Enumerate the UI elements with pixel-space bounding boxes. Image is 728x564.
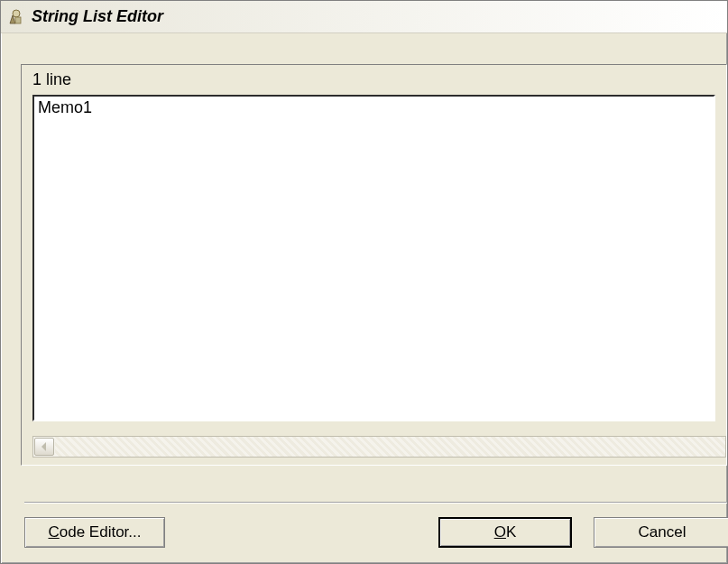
memo-textarea[interactable] — [32, 95, 715, 421]
cancel-label: Cancel — [639, 523, 687, 541]
memo-wrap — [32, 95, 715, 421]
cancel-button[interactable]: Cancel — [594, 517, 728, 548]
title-bar[interactable]: String List Editor — [1, 1, 727, 33]
mnemonic-o: O — [494, 523, 506, 541]
horizontal-scrollbar[interactable] — [32, 436, 726, 458]
code-editor-button[interactable]: Code Editor... — [24, 517, 165, 548]
scroll-left-button[interactable] — [34, 438, 54, 456]
code-editor-label-rest: ode Editor... — [60, 523, 142, 541]
mnemonic-c: C — [48, 523, 59, 541]
chevron-left-icon — [41, 442, 48, 451]
ok-label-rest: K — [506, 523, 516, 541]
app-icon — [6, 7, 26, 27]
line-count-label: 1 line — [32, 70, 715, 89]
ok-button[interactable]: OK — [438, 517, 572, 548]
client-area: 1 line Code Editor... OK — [6, 55, 727, 550]
window-title: String List Editor — [32, 7, 163, 26]
svg-rect-1 — [15, 17, 21, 23]
content-panel: 1 line — [21, 64, 727, 466]
button-bar: Code Editor... OK Cancel — [24, 503, 727, 550]
svg-point-0 — [13, 10, 20, 17]
dialog-window: String List Editor 1 line Code Editor... — [0, 0, 728, 564]
scroll-track[interactable] — [55, 437, 725, 457]
